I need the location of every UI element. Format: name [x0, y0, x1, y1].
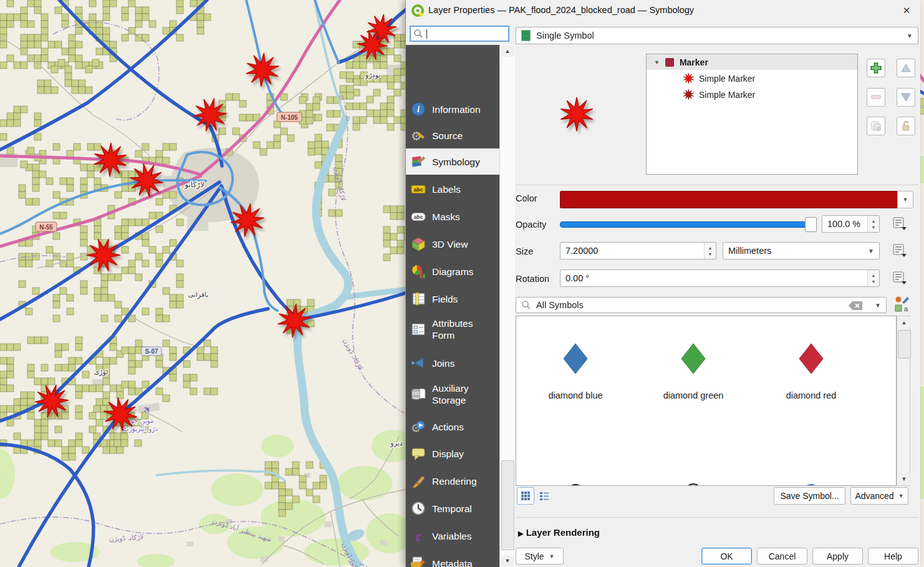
- text-caret: [426, 29, 427, 39]
- lock-icon: [901, 120, 911, 132]
- list-view-icon: [539, 491, 549, 501]
- grid-view-button[interactable]: [517, 487, 534, 505]
- close-icon[interactable]: ✕: [899, 3, 914, 18]
- labels-icon: abc: [411, 182, 426, 196]
- sidebar-item-rendering[interactable]: Rendering: [406, 468, 499, 494]
- search-icon: [413, 29, 423, 39]
- style-manager-icon[interactable]: a: [893, 296, 910, 313]
- dialog-titlebar[interactable]: Layer Properties — PAK_flood_2024_blocke…: [406, 0, 920, 21]
- list-view-button[interactable]: [536, 487, 553, 505]
- opacity-slider[interactable]: [560, 220, 816, 228]
- sidebar-item-3d-view[interactable]: 3D View: [406, 231, 499, 257]
- sidebar-item-variables[interactable]: εVariables: [406, 523, 499, 549]
- sidebar-item-masks[interactable]: abcMasks: [406, 203, 499, 230]
- layer-rendering-expander[interactable]: ▶ Layer Rendering: [518, 527, 600, 538]
- cancel-button[interactable]: Cancel: [757, 548, 807, 565]
- size-unit-value: Millimeters: [728, 246, 771, 256]
- symbol-preview: [557, 92, 603, 138]
- slider-handle[interactable]: [805, 217, 817, 232]
- arrow-up-icon: [901, 64, 911, 72]
- properties-search-box[interactable]: [410, 26, 509, 42]
- data-defined-override-button[interactable]: [888, 270, 907, 286]
- sidebar-item-source[interactable]: ⚙Source: [406, 122, 499, 148]
- sidebar-item-display[interactable]: Display: [406, 440, 499, 467]
- add-symbol-layer-button[interactable]: [867, 59, 885, 77]
- gallery-second-row: [516, 477, 878, 486]
- size-unit-combo[interactable]: Millimeters ▼: [723, 242, 880, 259]
- renderer-combo[interactable]: Single Symbol ▼: [516, 27, 918, 44]
- temporal-icon: [411, 501, 426, 516]
- save-symbol-button[interactable]: Save Symbol...: [774, 487, 845, 505]
- masks-icon: abc: [411, 209, 426, 224]
- scrollbar-thumb[interactable]: [898, 330, 911, 359]
- symbol-layer-row[interactable]: Simple Marker: [647, 70, 857, 86]
- spin-up-icon: ▲: [708, 246, 713, 250]
- sidebar-scrollbar[interactable]: ▲ ▼: [499, 45, 515, 567]
- gallery-item-diamond-red[interactable]: diamond red: [755, 329, 867, 400]
- sidebar-item-information[interactable]: iInformation: [406, 96, 499, 122]
- data-defined-override-button[interactable]: [888, 243, 907, 259]
- move-down-button[interactable]: [897, 88, 915, 107]
- spin-down-icon: ▼: [872, 279, 876, 284]
- auxiliary-storage-icon: [411, 387, 426, 402]
- svg-text:S-07: S-07: [145, 348, 158, 355]
- town-label: ٹوڑی: [94, 368, 109, 376]
- ok-button[interactable]: OK: [701, 548, 752, 565]
- apply-button[interactable]: Apply: [812, 548, 863, 565]
- color-dropdown-button[interactable]: ▼: [897, 191, 913, 208]
- lock-color-button[interactable]: [897, 117, 915, 135]
- opacity-label: Opacity: [516, 220, 546, 230]
- style-button[interactable]: Style ▼: [516, 548, 564, 565]
- sidebar-item-actions[interactable]: ⚙Actions: [406, 414, 499, 439]
- remove-symbol-layer-button[interactable]: [867, 88, 885, 107]
- rotation-spinbox[interactable]: 0.00 ° ▲▼: [560, 269, 880, 287]
- scroll-down-icon[interactable]: ▼: [501, 555, 514, 566]
- variables-icon: ε: [411, 528, 426, 543]
- diamond-green-icon: [637, 329, 749, 389]
- size-value: 7.20000: [565, 246, 598, 256]
- diamond-blue-icon: [519, 329, 632, 389]
- simple-marker-icon: [683, 72, 695, 84]
- sidebar-item-diagrams[interactable]: Diagrams: [406, 258, 499, 284]
- diagrams-icon: [411, 264, 426, 279]
- data-defined-override-button[interactable]: [888, 216, 907, 232]
- symbol-filter-box[interactable]: All Symbols ▼: [516, 297, 887, 313]
- sidebar-item-labels[interactable]: abcLabels: [406, 176, 499, 202]
- move-up-button[interactable]: [897, 59, 915, 77]
- symbol-layer-row[interactable]: Simple Marker: [647, 87, 857, 102]
- opacity-spinbox[interactable]: 100.0 % ▲▼: [822, 215, 880, 233]
- expander-icon[interactable]: ▼: [654, 59, 660, 65]
- size-label: Size: [516, 246, 533, 256]
- rotation-label: Rotation: [516, 274, 549, 284]
- airport-label: موین جو: [130, 417, 153, 425]
- gallery-item-diamond-green[interactable]: diamond green: [637, 329, 749, 400]
- fields-icon: [411, 291, 426, 306]
- sidebar-item-auxiliary-storage[interactable]: Auxiliary Storage: [406, 377, 499, 412]
- advanced-button[interactable]: Advanced ▼: [850, 487, 908, 505]
- sidebar-item-joins[interactable]: Joins: [406, 351, 499, 376]
- gallery-item-diamond-blue[interactable]: diamond blue: [519, 329, 632, 400]
- information-icon: i: [411, 102, 426, 117]
- sidebar-item-attributes-form[interactable]: Attributes Form: [406, 312, 499, 347]
- scroll-up-icon[interactable]: ▲: [501, 46, 514, 57]
- data-defined-icon: [892, 216, 908, 231]
- layer-properties-dialog: Layer Properties — PAK_flood_2024_blocke…: [405, 0, 920, 567]
- symbol-tree-root-row[interactable]: ▼ Marker: [647, 54, 857, 70]
- clear-icon[interactable]: [849, 301, 864, 311]
- duplicate-symbol-layer-button[interactable]: [867, 117, 885, 135]
- scroll-down-icon[interactable]: ▼: [897, 473, 911, 485]
- scrollbar-thumb[interactable]: [501, 460, 514, 550]
- sidebar-item-symbology[interactable]: Symbology: [406, 148, 499, 175]
- svg-text:abc: abc: [413, 187, 423, 193]
- airport-label: دڑو ائیرپورٹ: [123, 425, 158, 433]
- sidebar-item-temporal[interactable]: Temporal: [406, 495, 499, 521]
- svg-text:i: i: [417, 104, 420, 114]
- gallery-scrollbar[interactable]: ▲ ▼: [897, 316, 910, 486]
- slider-track: [560, 221, 817, 228]
- sidebar-item-fields[interactable]: Fields: [406, 286, 499, 312]
- scroll-up-icon[interactable]: ▲: [897, 317, 911, 328]
- legend-icon: [411, 562, 421, 567]
- size-spinbox[interactable]: 7.20000 ▲▼: [560, 242, 716, 259]
- color-swatch-button[interactable]: [560, 191, 898, 208]
- help-button[interactable]: Help: [868, 548, 918, 565]
